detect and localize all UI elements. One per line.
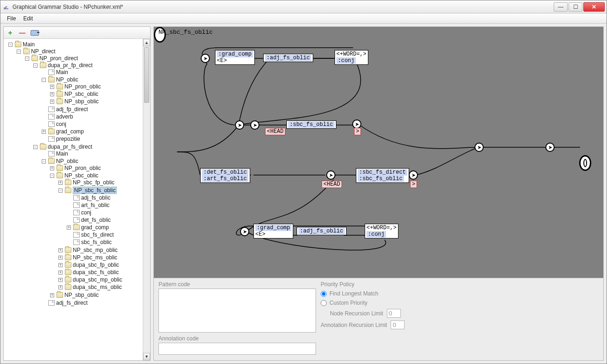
tree-item-selected[interactable]: NP_sbc_fs_oblic — [73, 187, 117, 194]
tree-view[interactable]: -Main -NP_direct -NP_pron_direct -dupa_p… — [4, 39, 150, 360]
graph-box-word-top[interactable]: <+WORD=,> :conj — [335, 50, 368, 65]
graph-node[interactable]: ➤ — [352, 119, 361, 129]
annotation-code-input[interactable] — [158, 343, 316, 355]
end-node[interactable] — [579, 155, 591, 171]
tree-item[interactable]: dupa_pr_fp_direct — [48, 62, 93, 69]
folder-icon — [65, 188, 71, 193]
scroll-track[interactable] — [143, 46, 150, 353]
tree-item[interactable]: grad_comp — [56, 128, 84, 135]
graph-node[interactable]: ➤ — [240, 227, 249, 236]
graph-canvas[interactable]: NP_sbc_fs_oblic — [154, 27, 603, 278]
tree-item[interactable]: dupa_sbc_ms_oblic — [73, 284, 122, 290]
tree-item[interactable]: NP_sbc_ms_oblic — [73, 254, 117, 261]
scroll-thumb[interactable] — [144, 47, 149, 103]
graph-box-sbc-dir[interactable]: :sbc_fs_direct :sbc_fs_oblic — [356, 168, 409, 183]
graph-tag-head1[interactable]: <HEAD — [265, 128, 285, 135]
pattern-code-input[interactable] — [158, 289, 316, 333]
folder-icon — [57, 84, 63, 89]
graph-node[interactable]: ➤ — [409, 170, 418, 180]
tree-item[interactable]: NP_sbc_mp_oblic — [73, 247, 118, 253]
tree-item[interactable]: prepozitie — [56, 136, 80, 142]
tree-item[interactable]: adverb — [56, 113, 73, 120]
graph-box-det[interactable]: :det_fs_oblic :art_fs_oblic — [200, 168, 250, 183]
menu-edit[interactable]: Edit — [19, 14, 37, 23]
graph-node[interactable]: ➤ — [250, 120, 259, 130]
graph-tag-head2[interactable]: <HEAD — [322, 181, 342, 188]
tree-item[interactable]: Main — [56, 69, 68, 75]
folder-icon — [23, 49, 30, 54]
tree-item[interactable]: adj_fs_oblic — [81, 195, 110, 201]
tree-item[interactable]: NP_pron_oblic — [64, 165, 101, 171]
folder-icon — [32, 56, 38, 61]
radio-custom-priority-label: Custom Priority — [329, 300, 367, 306]
tree-item[interactable]: NP_pron_oblic — [64, 83, 101, 90]
tree-item[interactable]: dupa_sbc_fp_oblic — [73, 262, 119, 268]
scroll-up-arrow[interactable]: ▲ — [143, 39, 150, 46]
tree-item[interactable]: NP_sbc_oblic — [64, 172, 98, 179]
graph-box-grad-bot[interactable]: :grad_comp <E> — [253, 224, 293, 238]
tree-item[interactable]: adj_fp_direct — [56, 106, 88, 113]
tree-item[interactable]: art_fs_oblic — [81, 202, 109, 208]
annotation-recursion-input[interactable] — [391, 320, 405, 329]
tree-main[interactable]: Main — [23, 41, 35, 48]
node-recursion-input[interactable] — [387, 309, 401, 318]
folder-icon — [48, 158, 55, 164]
folder-icon — [73, 225, 80, 230]
annotation-code-label: Annotation code — [158, 335, 316, 342]
minimize-button[interactable]: — — [554, 2, 568, 12]
tree-item[interactable]: NP_sbp_oblic — [64, 292, 99, 298]
graph-box-grad-top[interactable]: :grad_comp <E> — [215, 50, 255, 65]
folder-icon — [57, 292, 63, 298]
tree-item[interactable]: sbc_fs_direct — [81, 232, 114, 238]
tree-item[interactable]: NP_oblic — [56, 76, 78, 83]
menu-file[interactable]: File — [3, 14, 19, 23]
tree-item[interactable]: adj_fs_direct — [56, 300, 88, 306]
graph-tag-gt1[interactable]: > — [354, 128, 361, 135]
tree-item[interactable]: conj — [81, 209, 91, 216]
tree-item[interactable]: dupa_sbc_fs_oblic — [73, 269, 119, 276]
tree-item[interactable]: dupa_pr_fs_direct — [48, 144, 92, 150]
node-recursion-label: Node Recursion Limit — [330, 310, 383, 317]
tree-item[interactable]: NP_direct — [31, 48, 56, 55]
folder-icon — [65, 255, 71, 260]
tree-item[interactable]: NP_sbp_oblic — [64, 98, 99, 105]
tree-item[interactable]: NP_sbc_fp_oblic — [73, 179, 114, 186]
delete-button[interactable]: — — [19, 29, 26, 37]
folder-icon — [48, 77, 55, 82]
close-button[interactable]: ✕ — [583, 2, 605, 12]
graph-node[interactable]: ➤ — [201, 54, 210, 63]
graph-box-adj-bot[interactable]: :adj_fs_oblic — [297, 227, 347, 235]
tree-scrollbar[interactable]: ▲ ▼ — [143, 39, 150, 360]
graph-box-sbc-mid[interactable]: :sbc_fs_oblic — [286, 120, 336, 129]
right-panel: NP_sbc_fs_oblic — [153, 26, 604, 361]
graph-node[interactable]: ➤ — [474, 143, 484, 152]
window-title: Graphical Grammar Studio - NPchunker.xml… — [13, 4, 123, 10]
folder-icon — [65, 284, 71, 290]
tree-item[interactable]: sbc_fs_oblic — [81, 239, 112, 245]
tree-item[interactable]: Main — [56, 151, 68, 157]
tree-item[interactable]: dupa_sbc_mp_oblic — [73, 276, 122, 283]
radio-custom-priority[interactable] — [321, 300, 327, 306]
tree-item[interactable]: grad_comp — [81, 224, 109, 231]
rename-button[interactable] — [31, 30, 39, 36]
graph-box-word-bot[interactable]: <+WORD=,> :conj — [365, 224, 398, 238]
add-button[interactable]: ＋ — [6, 29, 14, 37]
graph-node[interactable]: ➤ — [235, 120, 244, 130]
app-window: Graphical Grammar Studio - NPchunker.xml… — [0, 0, 607, 364]
document-icon — [73, 195, 80, 201]
scroll-down-arrow[interactable]: ▼ — [143, 353, 150, 360]
tree-item[interactable]: conj — [56, 121, 66, 127]
graph-node[interactable]: ➤ — [326, 170, 335, 180]
tree-item[interactable]: det_fs_oblic — [81, 217, 111, 223]
maximize-button[interactable]: ☐ — [569, 2, 582, 12]
document-icon — [48, 107, 55, 112]
tree-item[interactable]: NP_oblic — [56, 158, 78, 164]
folder-icon — [65, 247, 71, 253]
tree-item[interactable]: NP_pron_direct — [39, 55, 78, 62]
tree-item[interactable]: NP_sbc_oblic — [64, 91, 98, 97]
graph-tag-gt2[interactable]: > — [410, 181, 417, 188]
graph-box-adj-top[interactable]: :adj_fs_oblic — [263, 54, 313, 62]
graph-node[interactable]: ➤ — [545, 143, 555, 152]
radio-find-longest[interactable] — [321, 291, 327, 297]
folder-icon — [65, 277, 71, 282]
